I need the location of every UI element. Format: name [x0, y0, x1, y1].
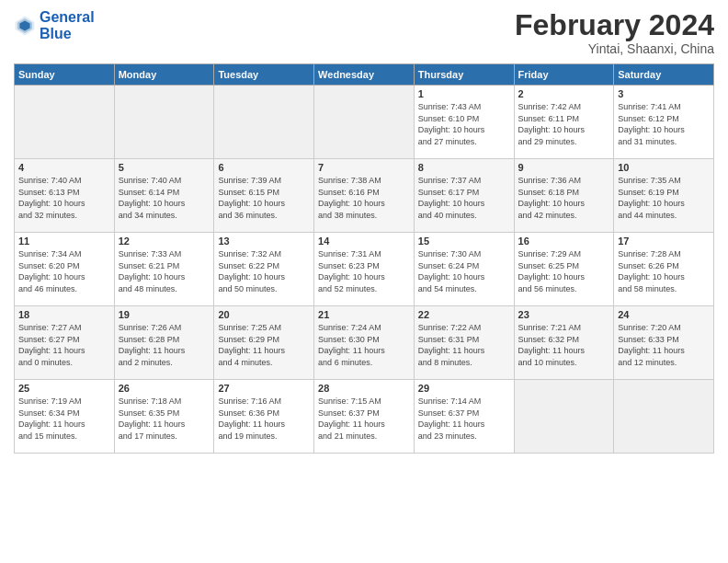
calendar-week-1: 1Sunrise: 7:43 AM Sunset: 6:10 PM Daylig… [15, 86, 714, 159]
day-number: 26 [119, 383, 210, 394]
day-info: Sunrise: 7:25 AM Sunset: 6:29 PM Dayligh… [218, 322, 310, 368]
calendar-cell: 26Sunrise: 7:18 AM Sunset: 6:35 PM Dayli… [114, 380, 214, 454]
calendar-cell: 5Sunrise: 7:40 AM Sunset: 6:14 PM Daylig… [114, 159, 214, 233]
weekday-header-wednesday: Wednesday [314, 64, 415, 86]
calendar-table: SundayMondayTuesdayWednesdayThursdayFrid… [14, 63, 714, 454]
day-info: Sunrise: 7:37 AM Sunset: 6:17 PM Dayligh… [418, 175, 510, 221]
weekday-header-row: SundayMondayTuesdayWednesdayThursdayFrid… [15, 64, 714, 86]
day-number: 12 [119, 236, 210, 247]
calendar-cell: 29Sunrise: 7:14 AM Sunset: 6:37 PM Dayli… [414, 380, 514, 454]
day-info: Sunrise: 7:42 AM Sunset: 6:11 PM Dayligh… [518, 101, 610, 147]
calendar-cell: 2Sunrise: 7:42 AM Sunset: 6:11 PM Daylig… [514, 86, 614, 159]
day-number: 29 [418, 383, 510, 394]
calendar-cell: 24Sunrise: 7:20 AM Sunset: 6:33 PM Dayli… [614, 306, 714, 380]
calendar-cell: 13Sunrise: 7:32 AM Sunset: 6:22 PM Dayli… [214, 233, 314, 306]
day-info: Sunrise: 7:39 AM Sunset: 6:15 PM Dayligh… [218, 175, 310, 221]
day-info: Sunrise: 7:15 AM Sunset: 6:37 PM Dayligh… [318, 396, 410, 442]
calendar-cell [214, 86, 314, 159]
day-number: 24 [618, 309, 710, 320]
day-number: 17 [618, 236, 710, 247]
day-info: Sunrise: 7:22 AM Sunset: 6:31 PM Dayligh… [418, 322, 510, 368]
day-number: 13 [218, 236, 310, 247]
subtitle: Yintai, Shaanxi, China [515, 41, 714, 56]
calendar-cell [114, 86, 214, 159]
calendar-cell: 11Sunrise: 7:34 AM Sunset: 6:20 PM Dayli… [15, 233, 115, 306]
day-number: 22 [418, 309, 510, 320]
calendar-week-2: 4Sunrise: 7:40 AM Sunset: 6:13 PM Daylig… [15, 159, 714, 233]
calendar-cell: 20Sunrise: 7:25 AM Sunset: 6:29 PM Dayli… [214, 306, 314, 380]
calendar-cell: 22Sunrise: 7:22 AM Sunset: 6:31 PM Dayli… [414, 306, 514, 380]
weekday-header-thursday: Thursday [414, 64, 514, 86]
day-info: Sunrise: 7:29 AM Sunset: 6:25 PM Dayligh… [518, 248, 610, 294]
calendar-cell: 9Sunrise: 7:36 AM Sunset: 6:18 PM Daylig… [514, 159, 614, 233]
day-number: 3 [618, 88, 710, 99]
day-info: Sunrise: 7:26 AM Sunset: 6:28 PM Dayligh… [119, 322, 210, 368]
calendar-cell: 21Sunrise: 7:24 AM Sunset: 6:30 PM Dayli… [314, 306, 415, 380]
day-number: 21 [318, 309, 410, 320]
calendar-cell: 7Sunrise: 7:38 AM Sunset: 6:16 PM Daylig… [314, 159, 415, 233]
calendar-cell: 4Sunrise: 7:40 AM Sunset: 6:13 PM Daylig… [15, 159, 115, 233]
day-info: Sunrise: 7:28 AM Sunset: 6:26 PM Dayligh… [618, 248, 710, 294]
calendar-cell: 17Sunrise: 7:28 AM Sunset: 6:26 PM Dayli… [614, 233, 714, 306]
calendar-cell: 14Sunrise: 7:31 AM Sunset: 6:23 PM Dayli… [314, 233, 415, 306]
day-number: 1 [418, 88, 510, 99]
logo-icon [14, 15, 36, 37]
day-number: 19 [119, 309, 210, 320]
day-info: Sunrise: 7:43 AM Sunset: 6:10 PM Dayligh… [418, 101, 510, 147]
day-number: 15 [418, 236, 510, 247]
calendar-cell: 12Sunrise: 7:33 AM Sunset: 6:21 PM Dayli… [114, 233, 214, 306]
day-info: Sunrise: 7:18 AM Sunset: 6:35 PM Dayligh… [119, 396, 210, 442]
calendar-cell: 1Sunrise: 7:43 AM Sunset: 6:10 PM Daylig… [414, 86, 514, 159]
page-container: General Blue February 2024 Yintai, Shaan… [0, 0, 728, 463]
day-info: Sunrise: 7:30 AM Sunset: 6:24 PM Dayligh… [418, 248, 510, 294]
title-block: February 2024 Yintai, Shaanxi, China [515, 9, 714, 56]
day-number: 4 [18, 162, 110, 173]
day-info: Sunrise: 7:36 AM Sunset: 6:18 PM Dayligh… [518, 175, 610, 221]
calendar-cell: 18Sunrise: 7:27 AM Sunset: 6:27 PM Dayli… [15, 306, 115, 380]
day-info: Sunrise: 7:33 AM Sunset: 6:21 PM Dayligh… [119, 248, 210, 294]
weekday-header-sunday: Sunday [15, 64, 115, 86]
day-info: Sunrise: 7:41 AM Sunset: 6:12 PM Dayligh… [618, 101, 710, 147]
day-info: Sunrise: 7:31 AM Sunset: 6:23 PM Dayligh… [318, 248, 410, 294]
day-number: 7 [318, 162, 410, 173]
weekday-header-monday: Monday [114, 64, 214, 86]
day-info: Sunrise: 7:40 AM Sunset: 6:13 PM Dayligh… [18, 175, 110, 221]
logo: General Blue [14, 9, 95, 41]
calendar-cell: 19Sunrise: 7:26 AM Sunset: 6:28 PM Dayli… [114, 306, 214, 380]
day-number: 20 [218, 309, 310, 320]
day-number: 14 [318, 236, 410, 247]
weekday-header-tuesday: Tuesday [214, 64, 314, 86]
day-number: 9 [518, 162, 610, 173]
calendar-cell [15, 86, 115, 159]
day-info: Sunrise: 7:21 AM Sunset: 6:32 PM Dayligh… [518, 322, 610, 368]
day-info: Sunrise: 7:40 AM Sunset: 6:14 PM Dayligh… [119, 175, 210, 221]
day-number: 27 [218, 383, 310, 394]
day-info: Sunrise: 7:35 AM Sunset: 6:19 PM Dayligh… [618, 175, 710, 221]
day-number: 2 [518, 88, 610, 99]
header: General Blue February 2024 Yintai, Shaan… [14, 9, 714, 56]
day-number: 6 [218, 162, 310, 173]
weekday-header-friday: Friday [514, 64, 614, 86]
calendar-cell: 27Sunrise: 7:16 AM Sunset: 6:36 PM Dayli… [214, 380, 314, 454]
day-number: 8 [418, 162, 510, 173]
day-info: Sunrise: 7:38 AM Sunset: 6:16 PM Dayligh… [318, 175, 410, 221]
main-title: February 2024 [515, 9, 714, 41]
weekday-header-saturday: Saturday [614, 64, 714, 86]
calendar-cell: 10Sunrise: 7:35 AM Sunset: 6:19 PM Dayli… [614, 159, 714, 233]
day-number: 11 [18, 236, 110, 247]
day-info: Sunrise: 7:27 AM Sunset: 6:27 PM Dayligh… [18, 322, 110, 368]
logo-text: General Blue [40, 9, 95, 41]
day-number: 5 [119, 162, 210, 173]
day-number: 28 [318, 383, 410, 394]
calendar-cell: 16Sunrise: 7:29 AM Sunset: 6:25 PM Dayli… [514, 233, 614, 306]
calendar-cell: 8Sunrise: 7:37 AM Sunset: 6:17 PM Daylig… [414, 159, 514, 233]
day-info: Sunrise: 7:34 AM Sunset: 6:20 PM Dayligh… [18, 248, 110, 294]
calendar-cell [514, 380, 614, 454]
calendar-cell: 23Sunrise: 7:21 AM Sunset: 6:32 PM Dayli… [514, 306, 614, 380]
day-number: 25 [18, 383, 110, 394]
calendar-cell: 6Sunrise: 7:39 AM Sunset: 6:15 PM Daylig… [214, 159, 314, 233]
calendar-cell: 3Sunrise: 7:41 AM Sunset: 6:12 PM Daylig… [614, 86, 714, 159]
calendar-week-4: 18Sunrise: 7:27 AM Sunset: 6:27 PM Dayli… [15, 306, 714, 380]
day-info: Sunrise: 7:14 AM Sunset: 6:37 PM Dayligh… [418, 396, 510, 442]
day-info: Sunrise: 7:24 AM Sunset: 6:30 PM Dayligh… [318, 322, 410, 368]
